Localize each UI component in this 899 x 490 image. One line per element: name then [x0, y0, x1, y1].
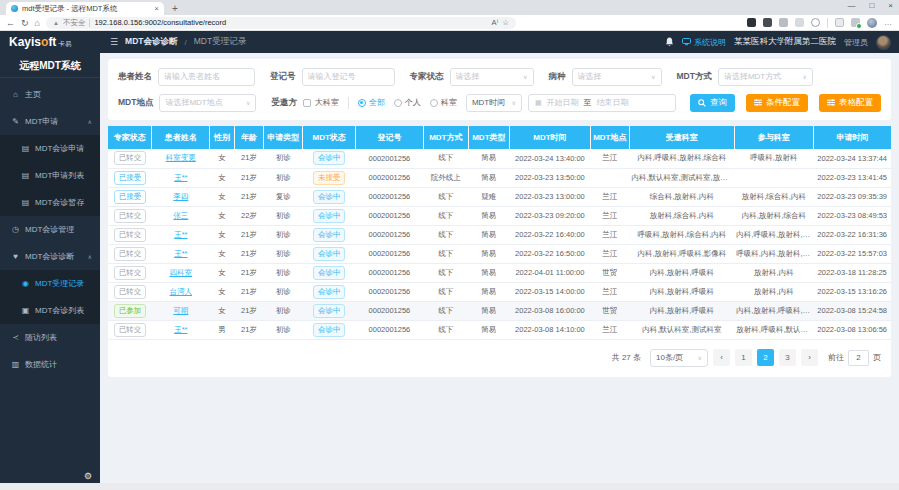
cell-expert-status: 已转交: [108, 149, 152, 168]
patient-name-link[interactable]: 四科室: [170, 268, 193, 277]
expert-status-select[interactable]: 请选择 ∨: [450, 68, 534, 86]
radio-personal[interactable]: 个人: [394, 97, 421, 108]
table-config-button[interactable]: 表格配置: [819, 94, 881, 112]
goto-page-input[interactable]: [848, 350, 869, 366]
page-button-1[interactable]: 1: [735, 349, 752, 366]
sidebar-item-MDT申请[interactable]: ✎MDT申请∧: [0, 108, 100, 135]
tab-close-icon[interactable]: ×: [154, 5, 159, 13]
patient-name-link[interactable]: 王**: [174, 249, 187, 258]
favorite-star-icon[interactable]: ☆: [502, 18, 509, 27]
expert-status-badge: 已转交: [114, 266, 147, 280]
cell-apply-type: 初诊: [264, 301, 303, 320]
sidebar-item-主页[interactable]: ⌂主页: [0, 81, 100, 108]
patient-name-input[interactable]: [158, 68, 255, 86]
notification-bell-icon[interactable]: [665, 37, 674, 47]
sidebar-item-MDT受理记录[interactable]: ◉MDT受理记录: [0, 270, 100, 297]
patient-name-link[interactable]: 李四: [173, 192, 188, 201]
sidebar-item-MDT会诊管理[interactable]: ◷MDT会诊管理: [0, 216, 100, 243]
cell-apply-time: 2022-03-22 15:57:03: [813, 244, 891, 263]
extension-icon[interactable]: [779, 18, 788, 27]
patient-name-link[interactable]: 张三: [173, 211, 188, 220]
extension-icon[interactable]: [795, 18, 804, 27]
menu-collapse-icon[interactable]: ☰: [110, 37, 118, 47]
window-minimize-icon[interactable]: —: [847, 1, 855, 11]
cell-sex: 女: [210, 187, 234, 206]
patient-name-link[interactable]: 王**: [174, 325, 187, 334]
new-tab-button[interactable]: +: [172, 3, 178, 15]
site-favicon-icon: [11, 5, 18, 12]
sidebar-item-随访列表[interactable]: ≺随访列表: [0, 324, 100, 351]
search-icon: [698, 99, 706, 107]
sidebar-item-MDT会诊暂存[interactable]: ▤MDT会诊暂存: [0, 189, 100, 216]
mdt-place-select[interactable]: 请选择MDT地点 ∨: [159, 94, 256, 112]
radio-dept[interactable]: 科室: [430, 97, 457, 108]
patient-name-link[interactable]: 台湾人: [170, 287, 193, 296]
window-maximize-icon[interactable]: □: [869, 1, 874, 11]
settings-gear-icon[interactable]: ⚙: [84, 471, 92, 481]
browser-tab[interactable]: mdt受理记录 - 远程MDT系统 ×: [6, 2, 164, 15]
extension-icon[interactable]: [763, 18, 772, 27]
time-type-select[interactable]: MDT时间 ∨: [466, 94, 522, 112]
big-dept-checkbox[interactable]: 大科室: [303, 97, 339, 108]
prev-page-button[interactable]: ‹: [713, 349, 730, 366]
diagnosis-icon: ♥: [11, 252, 20, 261]
cell-mdt-time: 2022-03-23 09:20:00: [510, 206, 591, 225]
page-button-3[interactable]: 3: [779, 349, 796, 366]
radio-all[interactable]: 全部: [358, 97, 385, 108]
user-avatar[interactable]: [876, 35, 891, 50]
extension-icon[interactable]: [747, 18, 756, 27]
page-size-select[interactable]: 10条/页 ∨: [650, 349, 708, 367]
table-row[interactable]: 已转交四科室女21岁初诊会诊中0002001256线下简易2022-04-01 …: [108, 263, 891, 282]
cell-sex: 女: [210, 301, 234, 320]
table-row[interactable]: 已转交科室变更女21岁初诊会诊中0002001256线下简易2022-03-24…: [108, 149, 891, 168]
table-row[interactable]: 已转交王**女21岁初诊会诊中0002001256线下简易2022-03-22 …: [108, 225, 891, 244]
date-range-picker[interactable]: ▦ 开始日期 至 结束日期: [528, 94, 676, 112]
cell-mdt-time: 2022-03-08 16:00:00: [510, 301, 591, 320]
read-aloud-icon[interactable]: A⁾: [491, 18, 498, 27]
system-help-link[interactable]: 系统说明: [682, 37, 726, 48]
table-row[interactable]: 已转交台湾人女21岁初诊会诊中0002001256线下简易2022-03-15 …: [108, 282, 891, 301]
record-icon: ◉: [21, 279, 30, 288]
back-icon[interactable]: ←: [6, 18, 15, 28]
cell-patient-name: 科室变更: [152, 149, 210, 168]
table-row[interactable]: 已转交王**男21岁初诊会诊中0002001256线下简易2022-03-08 …: [108, 320, 891, 339]
cell-age: 22岁: [234, 206, 264, 225]
browser-menu-icon[interactable]: …: [884, 18, 893, 27]
sidebar-item-MDT会诊列表[interactable]: ▣MDT会诊列表: [0, 297, 100, 324]
disease-select[interactable]: 请选择 ∨: [572, 68, 662, 86]
table-row[interactable]: 已接受王**女21岁初诊未接受0002001256院外线上简易2022-03-2…: [108, 168, 891, 187]
address-bar[interactable]: ▲ 不安全 192.168.0.156:9002/consultative/re…: [46, 17, 516, 29]
mdt-way-select[interactable]: 请选择MDT方式 ∨: [718, 68, 813, 86]
cell-expert-status: 已参加: [108, 301, 152, 320]
patient-name-link[interactable]: 王**: [174, 173, 187, 182]
pagination: 共 27 条 10条/页 ∨ ‹ 123 › 前往 页: [108, 340, 891, 373]
table-row[interactable]: 已转交王**女21岁初诊会诊中0002001256线下简易2022-03-22 …: [108, 244, 891, 263]
home-icon[interactable]: ⌂: [35, 18, 40, 28]
extension-icon[interactable]: [811, 18, 820, 27]
cell-apply-type: 初诊: [264, 244, 303, 263]
patient-name-link[interactable]: 可期: [173, 306, 188, 315]
patient-name-link[interactable]: 科室变更: [166, 153, 196, 162]
reg-no-input[interactable]: [302, 68, 395, 86]
sidebar-item-MDT会诊申请[interactable]: ▤MDT会诊申请: [0, 135, 100, 162]
search-button[interactable]: 查询: [690, 94, 735, 112]
browser-profile-avatar[interactable]: [867, 18, 877, 28]
sidebar-item-数据统计[interactable]: ▥数据统计: [0, 351, 100, 378]
window-close-icon[interactable]: ×: [888, 1, 893, 11]
page-button-2[interactable]: 2: [757, 349, 774, 366]
sidebar-item-MDT会诊诊断[interactable]: ♥MDT会诊诊断∧: [0, 243, 100, 270]
browser-essentials-icon[interactable]: [851, 18, 860, 27]
table-row[interactable]: 已转交张三女22岁初诊会诊中0002001256线下简易2022-03-23 0…: [108, 206, 891, 225]
chevron-up-icon: ∧: [88, 253, 92, 260]
table-row[interactable]: 已接受李四女21岁复诊会诊中0002001256线下疑难2022-03-23 1…: [108, 187, 891, 206]
table-row[interactable]: 已参加可期女21岁初诊会诊中0002001256线下简易2022-03-08 1…: [108, 301, 891, 320]
sidebar-item-MDT申请列表[interactable]: ▤MDT申请列表: [0, 162, 100, 189]
refresh-icon[interactable]: ↻: [21, 18, 29, 28]
list-icon: ▤: [21, 171, 30, 180]
patient-name-link[interactable]: 王**: [174, 230, 187, 239]
split-screen-icon[interactable]: [835, 18, 844, 27]
browser-toolbar: ← ↻ ⌂ ▲ 不安全 192.168.0.156:9002/consultat…: [0, 15, 899, 31]
condition-config-button[interactable]: 条件配置: [746, 94, 808, 112]
sidebar: Kayisoft 卡易 远程MDT系统 ⌂主页✎MDT申请∧▤MDT会诊申请▤M…: [0, 31, 100, 483]
next-page-button[interactable]: ›: [801, 349, 818, 366]
